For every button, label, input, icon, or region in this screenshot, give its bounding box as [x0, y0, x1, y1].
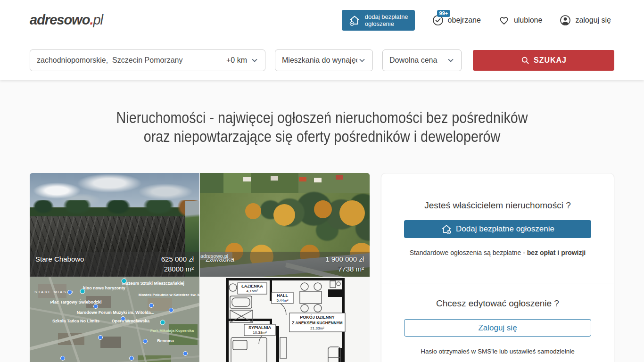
svg-text:Park Mikołaja Kopernika: Park Mikołaja Kopernika — [150, 329, 194, 333]
viewed-button[interactable]: 99+ obejrzane — [432, 14, 481, 26]
listing-price: 625 000 zł — [161, 254, 194, 264]
listing-card-zawadka[interactable]: adresowo.pl Zawadka 1 900 000 zł 7738 m² — [200, 173, 370, 277]
listing-card-zacharzyce[interactable]: ŁAZIENKA 4,16m² HALL 5,44m² SYPIALNIA 10… — [200, 277, 370, 362]
svg-text:21,33m²: 21,33m² — [310, 326, 324, 330]
svg-text:Z ANEKSEM KUCHENNYM: Z ANEKSEM KUCHENNYM — [292, 321, 342, 325]
header-actions: dodaj bezpłatne ogłoszenie 99+ obejrzane — [342, 10, 611, 31]
svg-text:Renoma: Renoma — [157, 338, 174, 343]
chevron-down-icon — [446, 56, 455, 65]
owner-section: Jesteś właścicielem nieruchomości ? Doda… — [381, 173, 614, 256]
logo-name: adresowo — [30, 12, 90, 27]
chevron-down-icon[interactable] — [250, 56, 259, 65]
chevron-down-icon — [357, 56, 367, 65]
page-title: Nieruchomości - najwięcej ogłoszeń nieru… — [42, 80, 602, 146]
add-free-listing-button[interactable]: Dodaj bezpłatne ogłoszenie — [404, 220, 591, 238]
location-input[interactable] — [37, 56, 226, 65]
category-select[interactable]: Mieszkania do wynajęc — [275, 49, 373, 71]
aerial-photo-green-trees — [260, 200, 281, 219]
login-label: zaloguj się — [575, 16, 611, 25]
viewed-count-badge: 99+ — [437, 10, 451, 17]
location-field[interactable]: +0 km — [30, 49, 265, 71]
edit-title: Chcesz edytować ogłoszenie ? — [404, 298, 591, 309]
favorites-button[interactable]: ulubione — [498, 14, 543, 26]
satellite-map-image: STARE MIASTO kino nowe horyzonty Muzeum … — [30, 277, 199, 362]
search-submit-button[interactable]: SZUKAJ — [473, 50, 614, 71]
listing-name: Stare Chabowo — [35, 254, 84, 263]
viewed-label: obejrzane — [448, 16, 481, 25]
svg-text:ŁAZIENKA: ŁAZIENKA — [241, 284, 263, 288]
search-submit-label: SZUKAJ — [534, 56, 567, 65]
svg-text:POKÓJ DZIENNY: POKÓJ DZIENNY — [300, 314, 335, 320]
price-value: Dowolna cena — [389, 56, 437, 65]
field-photo-trees — [30, 200, 199, 217]
favorites-label: ulubione — [514, 16, 543, 25]
listing-area: 28000 m² — [161, 264, 194, 274]
owner-note: Standardowe ogłoszenia są bezpłatne - be… — [404, 249, 591, 256]
radius-value[interactable]: +0 km — [226, 56, 247, 65]
aerial-photo-houses — [200, 173, 370, 193]
edit-section: Chcesz edytować ogłoszenie ? Zaloguj się… — [381, 283, 614, 355]
svg-text:Szkoła Tańca No Limits: Szkoła Tańca No Limits — [52, 319, 99, 323]
site-logo[interactable]: adresowo.pl — [30, 12, 103, 28]
aerial-photo-orange-trees — [245, 203, 261, 219]
floor-plan-image: ŁAZIENKA 4,16m² HALL 5,44m² SYPIALNIA 10… — [200, 277, 370, 362]
main-content: Nieruchomości - najwięcej ogłoszeń nieru… — [0, 80, 644, 362]
search-bar: +0 km Mieszkania do wynajęc Dowolna cena… — [0, 40, 644, 80]
listing-price-area: 1 900 000 zł 7738 m² — [325, 254, 364, 274]
listing-area: 7738 m² — [325, 264, 364, 274]
login-button[interactable]: zaloguj się — [559, 14, 611, 26]
listing-card-stare-chabowo[interactable]: Stare Chabowo 625 000 zł 28000 m² — [30, 173, 199, 277]
owner-title: Jesteś właścicielem nieruchomości ? — [404, 200, 591, 211]
svg-text:Narodowe Forum Muzyki im. Wito: Narodowe Forum Muzyki im. Witolda... — [77, 310, 154, 315]
add-listing-label: dodaj bezpłatne ogłoszenie — [365, 13, 408, 27]
svg-text:5,44m²: 5,44m² — [277, 298, 289, 303]
aerial-photo-rooftops — [243, 177, 251, 181]
add-listing-button[interactable]: dodaj bezpłatne ogłoszenie — [342, 10, 415, 31]
listing-price: 1 900 000 zł — [325, 254, 364, 264]
owner-panel: Jesteś właścicielem nieruchomości ? Doda… — [381, 173, 614, 362]
house-plus-icon — [441, 223, 452, 235]
search-icon — [520, 56, 530, 65]
svg-text:Opera Wrocławska: Opera Wrocławska — [112, 319, 150, 323]
svg-text:10,38m²: 10,38m² — [253, 330, 267, 335]
login-link-button[interactable]: Zaloguj się — [404, 319, 591, 337]
user-icon — [559, 14, 571, 26]
svg-text:Plac Targowy Świebodzki: Plac Targowy Świebodzki — [50, 299, 102, 304]
site-header: adresowo.pl dodaj bezpłatne ogłoszenie — [0, 0, 644, 80]
price-select[interactable]: Dowolna cena — [382, 49, 462, 71]
listing-grid: Stare Chabowo 625 000 zł 28000 m² adreso… — [30, 173, 370, 362]
svg-text:Muzeum Sztuki Mieszczańskiej: Muzeum Sztuki Mieszczańskiej — [122, 281, 184, 286]
photo-watermark: adresowo.pl — [200, 252, 232, 260]
svg-text:kino nowe horyzonty: kino nowe horyzonty — [83, 286, 125, 290]
svg-text:4,16m²: 4,16m² — [247, 289, 258, 293]
listing-card-wroclaw[interactable]: STARE MIASTO kino nowe horyzonty Muzeum … — [30, 277, 199, 362]
house-plus-icon — [348, 14, 361, 26]
listing-overlay: Stare Chabowo 625 000 zł 28000 m² — [30, 252, 199, 277]
svg-text:SYPIALNIA: SYPIALNIA — [248, 325, 272, 330]
logo-tld: pl — [93, 12, 103, 27]
svg-text:Mostek Pokutnic w Katedrze św.: Mostek Pokutnic w Katedrze św. M... — [139, 293, 199, 297]
svg-text:HALL: HALL — [277, 293, 288, 298]
listing-price-area: 625 000 zł 28000 m² — [161, 254, 194, 274]
category-value: Mieszkania do wynajęc — [282, 56, 357, 65]
add-free-listing-label: Dodaj bezpłatne ogłoszenie — [456, 224, 554, 234]
heart-icon — [498, 14, 510, 26]
top-bar: adresowo.pl dodaj bezpłatne ogłoszenie — [0, 0, 644, 40]
edit-note: Hasło otrzymałeś w SMS'ie lub ustawiłeś … — [404, 348, 591, 355]
